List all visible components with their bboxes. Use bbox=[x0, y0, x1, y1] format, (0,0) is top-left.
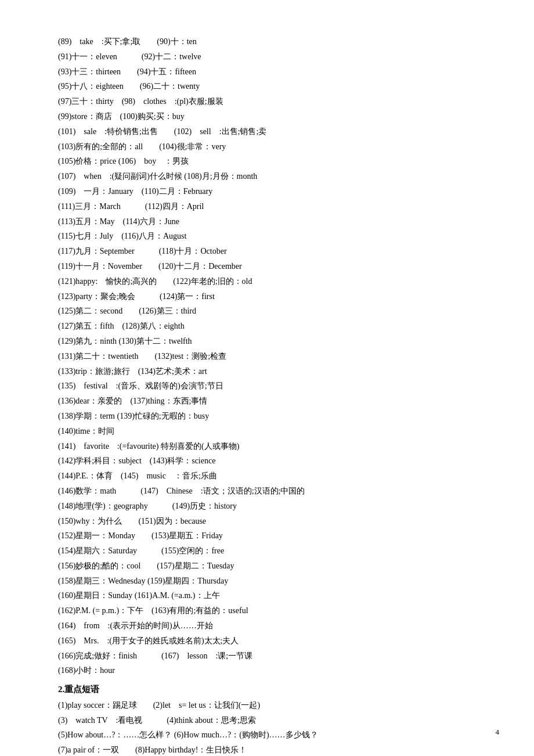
line-item: (135) festival :(音乐、戏剧等的)会演节;节日 bbox=[58, 379, 488, 393]
line-item: (162)P.M. (= p.m.)：下午 (163)有用的;有益的：usefu… bbox=[58, 604, 488, 618]
line-item: (148)地理(学)：geography (149)历史：history bbox=[58, 499, 488, 513]
line-item: (119)十一月：November (120)十二月：December bbox=[58, 260, 488, 273]
line-item: (154)星期六：Saturday (155)空闲的：free bbox=[58, 544, 488, 558]
line-item: (144)P.E.：体育 (145) music ：音乐;乐曲 bbox=[58, 469, 488, 483]
line-item: (95)十八：eighteen (96)二十：twenty bbox=[58, 80, 488, 93]
line-item: (7)a pair of：一双 (8)Happy birthday!：生日快乐！ bbox=[58, 743, 488, 756]
line-item: (164) from :(表示开始的时间)从……开始 bbox=[58, 619, 488, 633]
vocabulary-list: (89) take :买下;拿;取 (90)十：ten (91)十一：eleve… bbox=[58, 35, 488, 756]
line-item: (156)妙极的;酷的：cool (157)星期二：Tuesday bbox=[58, 559, 488, 573]
line-item: (142)学科;科目：subject (143)科学：science bbox=[58, 454, 488, 468]
line-item: (140)time：时间 bbox=[58, 424, 488, 438]
line-item: (152)星期一：Monday (153)星期五：Friday bbox=[58, 529, 488, 543]
line-item: (5)How about…?：……怎么样？ (6)How much…?：(购物时… bbox=[58, 728, 488, 742]
main-content: (89) take :买下;拿;取 (90)十：ten (91)十一：eleve… bbox=[58, 35, 488, 756]
line-item: (131)第二十：twentieth (132)test：测验;检查 bbox=[58, 350, 488, 363]
line-item: (113)五月：May (114)六月：June bbox=[58, 215, 488, 229]
line-item: (165) Mrs. :(用于女子的姓氏或姓名前)太太;夫人 bbox=[58, 634, 488, 648]
page-number: 4 bbox=[496, 726, 500, 739]
line-item: (121)happy: 愉快的;高兴的 (122)年老的;旧的：old bbox=[58, 275, 488, 289]
line-item: (158)星期三：Wednesday (159)星期四：Thursday bbox=[58, 574, 488, 588]
line-item: (91)十一：eleven (92)十二：twelve bbox=[58, 50, 488, 64]
line-item: (166)完成;做好：finish (167) lesson :课;一节课 bbox=[58, 649, 488, 663]
line-item: (129)第九：ninth (130)第十二：twelfth bbox=[58, 334, 488, 348]
line-item: (160)星期日：Sunday (161)A.M. (=a.m.)：上午 bbox=[58, 589, 488, 603]
line-item: (101) sale :特价销售;出售 (102) sell :出售;销售;卖 bbox=[58, 125, 488, 139]
line-item: (89) take :买下;拿;取 (90)十：ten bbox=[58, 35, 488, 49]
line-item: (125)第二：second (126)第三：third bbox=[58, 304, 488, 318]
line-item: (111)三月：March (112)四月：April bbox=[58, 200, 488, 214]
line-item: (133)trip：旅游;旅行 (134)艺术;美术：art bbox=[58, 365, 488, 379]
line-item: 2.重点短语 bbox=[58, 682, 488, 697]
line-item: (1)play soccer：踢足球 (2)let s= let us：让我们(… bbox=[58, 699, 488, 712]
line-item: (103)所有的;全部的：all (104)很;非常：very bbox=[58, 140, 488, 154]
line-item: (3) watch TV :看电视 (4)think about：思考;思索 bbox=[58, 714, 488, 728]
line-item: (138)学期：term (139)忙碌的;无暇的：busy bbox=[58, 409, 488, 423]
line-item: (107) when :(疑问副词)什么时候 (108)月;月份：month bbox=[58, 170, 488, 183]
line-item: (99)store：商店 (100)购买;买：buy bbox=[58, 110, 488, 124]
line-item: (117)九月：September (118)十月：October bbox=[58, 244, 488, 258]
line-item: (141) favorite :(=favourite) 特别喜爱的(人或事物) bbox=[58, 440, 488, 453]
line-item: (97)三十：thirty (98) clothes :(pl)衣服;服装 bbox=[58, 95, 488, 109]
line-item: (115)七月：July (116)八月：August bbox=[58, 229, 488, 243]
line-item: (136)dear：亲爱的 (137)thing：东西;事情 bbox=[58, 394, 488, 408]
line-item: (150)why：为什么 (151)因为：because bbox=[58, 514, 488, 528]
line-item: (93)十三：thirteen (94)十五：fifteen bbox=[58, 65, 488, 79]
line-item: (168)小时：hour bbox=[58, 664, 488, 678]
line-item: (146)数学：math (147) Chinese :语文；汉语的;汉语的;中… bbox=[58, 484, 488, 498]
line-item: (105)价格：price (106) boy ：男孩 bbox=[58, 154, 488, 168]
line-item: (127)第五：fifth (128)第八：eighth bbox=[58, 319, 488, 333]
line-item: (109) 一月：January (110)二月：February bbox=[58, 185, 488, 199]
line-item: (123)party：聚会;晚会 (124)第一：first bbox=[58, 290, 488, 304]
